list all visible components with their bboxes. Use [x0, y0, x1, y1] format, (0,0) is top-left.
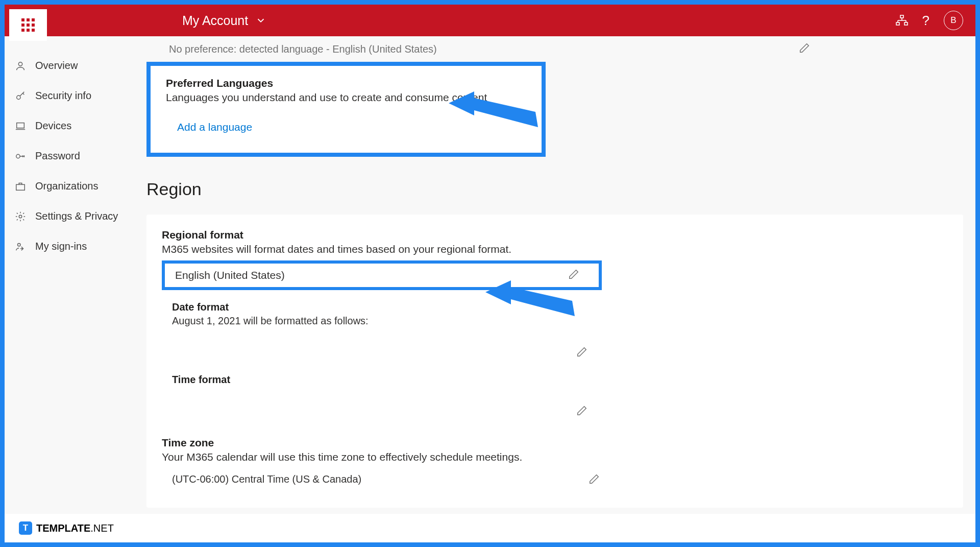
laptop-icon — [15, 121, 26, 132]
page-title-button[interactable]: My Account — [182, 13, 266, 28]
sidebar-item-label: My sign-ins — [35, 241, 87, 252]
timezone-desc: Your M365 calendar will use this time zo… — [162, 451, 948, 463]
regional-format-desc: M365 websites will format dates and time… — [162, 243, 948, 255]
sidebar-item-label: Devices — [35, 120, 71, 132]
waffle-icon — [21, 18, 35, 32]
timezone-value: (UTC-06:00) Central Time (US & Canada) — [172, 473, 361, 487]
regional-format-value: English (United States) — [175, 269, 285, 281]
sidebar-item-signins[interactable]: My sign-ins — [5, 231, 142, 261]
gear-icon — [15, 211, 26, 222]
sidebar: Overview Security info Devices Password … — [5, 36, 142, 542]
main-content: No preference: detected language - Engli… — [142, 36, 975, 542]
sidebar-item-settings[interactable]: Settings & Privacy — [5, 201, 142, 231]
pencil-icon — [799, 42, 810, 54]
sidebar-item-security[interactable]: Security info — [5, 81, 142, 111]
edit-timezone-button[interactable] — [589, 473, 600, 487]
svg-rect-11 — [17, 123, 24, 128]
sidebar-item-label: Organizations — [35, 180, 98, 192]
arrow-annotation-2 — [485, 275, 577, 324]
time-format-title: Time format — [172, 374, 948, 386]
svg-point-13 — [16, 154, 20, 158]
avatar[interactable]: B — [944, 11, 963, 30]
sidebar-item-label: Settings & Privacy — [35, 210, 118, 222]
person-icon — [15, 60, 26, 72]
detected-language-text: No preference: detected language - Engli… — [169, 43, 437, 55]
timezone-title: Time zone — [162, 437, 948, 449]
footer-watermark: T TEMPLATE.NET — [5, 514, 975, 542]
svg-rect-5 — [896, 22, 899, 25]
region-card: Regional format M365 websites will forma… — [146, 215, 963, 508]
sidebar-item-label: Overview — [35, 60, 78, 72]
pencil-icon — [589, 473, 600, 485]
detected-language-row: No preference: detected language - Engli… — [142, 36, 963, 62]
arrow-annotation-1 — [449, 84, 541, 135]
sidebar-item-label: Security info — [35, 90, 91, 102]
template-logo-icon: T — [19, 521, 32, 535]
edit-date-format-button[interactable] — [576, 346, 587, 360]
sidebar-item-label: Password — [35, 150, 80, 162]
sidebar-item-organizations[interactable]: Organizations — [5, 171, 142, 201]
signin-icon — [15, 241, 26, 252]
pencil-icon — [576, 405, 587, 416]
svg-line-10 — [23, 93, 24, 94]
edit-time-format-button[interactable] — [576, 405, 587, 418]
chevron-down-icon — [255, 15, 266, 26]
svg-marker-21 — [485, 280, 575, 316]
sidebar-item-devices[interactable]: Devices — [5, 111, 142, 141]
help-icon[interactable]: ? — [922, 13, 929, 29]
footer-brand: TEMPLATE — [36, 522, 90, 534]
keyhole-icon — [15, 151, 26, 162]
svg-point-7 — [18, 62, 22, 65]
svg-point-19 — [18, 243, 21, 246]
sidebar-item-overview[interactable]: Overview — [5, 51, 142, 81]
top-bar: My Account ? B — [5, 5, 975, 36]
svg-point-18 — [19, 215, 22, 218]
app-launcher[interactable] — [9, 9, 47, 41]
svg-point-8 — [17, 96, 20, 99]
briefcase-icon — [15, 181, 26, 192]
svg-rect-0 — [900, 15, 903, 18]
footer-suffix: .NET — [90, 522, 114, 534]
pencil-icon — [576, 346, 587, 358]
region-heading: Region — [146, 179, 963, 199]
sitemap-icon[interactable] — [896, 14, 908, 27]
svg-rect-6 — [904, 22, 908, 25]
sidebar-item-password[interactable]: Password — [5, 141, 142, 171]
regional-format-title: Regional format — [162, 229, 948, 241]
header-title: My Account — [182, 13, 248, 28]
svg-marker-20 — [449, 91, 538, 127]
svg-rect-17 — [16, 184, 25, 190]
edit-display-language-button[interactable] — [799, 42, 810, 56]
key-icon — [15, 90, 26, 102]
